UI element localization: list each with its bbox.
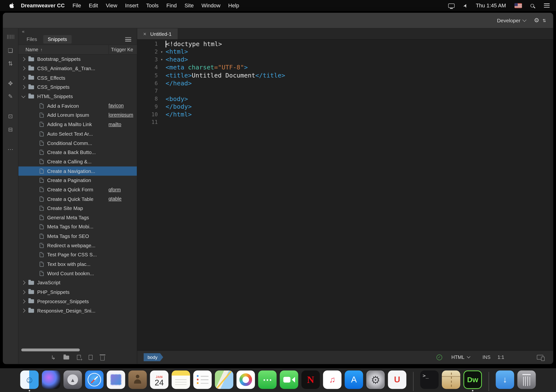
snippet-folder-row[interactable]: Preprocessor_Snippets xyxy=(18,297,137,306)
snippet-item-row[interactable]: Create Site Map xyxy=(18,204,137,213)
code-line[interactable]: 3▾<head> xyxy=(137,56,553,64)
dock-app-store[interactable]: A xyxy=(345,370,363,391)
snippet-item-row[interactable]: General Meta Tags xyxy=(18,213,137,222)
dock-facetime[interactable] xyxy=(280,370,298,391)
sort-icon[interactable]: ⇅ xyxy=(3,59,18,68)
dock-system-preferences[interactable]: ⚙ xyxy=(366,370,385,391)
code-view[interactable]: 1<!doctype html>2▾<html>3▾<head>4<meta c… xyxy=(137,40,553,350)
doc-type-dropdown[interactable]: HTML xyxy=(451,354,470,360)
panel-tab-snippets[interactable]: Snippets xyxy=(43,35,72,44)
new-folder-icon[interactable] xyxy=(63,355,69,359)
code-line[interactable]: 10</html> xyxy=(137,111,553,118)
dock-safari[interactable] xyxy=(85,370,104,391)
panel-menu-icon[interactable] xyxy=(125,37,131,41)
trigger-key-link[interactable]: loremipsum xyxy=(109,112,137,118)
expand-arrow-icon[interactable] xyxy=(21,309,25,313)
notification-center-icon[interactable] xyxy=(544,3,550,8)
code-line[interactable]: 9</body> xyxy=(137,103,553,111)
dock-notes[interactable] xyxy=(172,370,190,391)
snippet-item-row[interactable]: Add Loreum Ipsumloremipsum xyxy=(18,110,137,120)
insert-snippet-icon[interactable]: ↳ xyxy=(51,354,56,361)
minimize-window-button[interactable] xyxy=(18,18,23,23)
trigger-key-link[interactable]: mailto xyxy=(109,122,137,127)
realtime-preview-icon[interactable] xyxy=(537,355,543,360)
snippet-item-row[interactable]: Create a Navigation... xyxy=(18,166,137,176)
menu-window[interactable]: Window xyxy=(198,2,224,9)
column-header-name[interactable]: Name↑ xyxy=(18,47,42,52)
toolstrip-grip[interactable] xyxy=(7,35,14,39)
snippet-item-row[interactable]: Add a Faviconfavicon xyxy=(18,101,137,110)
report-icon[interactable]: ⊟ xyxy=(3,125,18,134)
expand-arrow-icon[interactable] xyxy=(21,299,25,303)
workspace-switcher[interactable]: Developer xyxy=(497,17,520,23)
pointer-icon[interactable]: ➤ xyxy=(462,2,469,9)
input-source-flag-icon[interactable] xyxy=(514,3,522,8)
menubar-clock[interactable]: Thu 1:45 AM xyxy=(476,2,506,9)
dock-trash[interactable] xyxy=(517,370,536,391)
snippet-item-row[interactable]: Test Page for CSS S... xyxy=(18,250,137,260)
menu-edit[interactable]: Edit xyxy=(85,2,102,9)
document-tab[interactable]: × Untitled-1 xyxy=(137,28,178,39)
snippet-item-row[interactable]: Conditional Comm... xyxy=(18,138,137,148)
snippet-folder-row[interactable]: Responsive_Design_Sni... xyxy=(18,306,137,315)
snippet-item-row[interactable]: Adding a Mailto Linkmailto xyxy=(18,120,137,129)
trigger-key-link[interactable]: qtable xyxy=(109,196,137,202)
dock-maps[interactable] xyxy=(215,370,233,391)
snippet-folder-row[interactable]: HTML_Snippets xyxy=(18,92,137,101)
trigger-key-link[interactable]: favicon xyxy=(109,103,137,108)
menu-insert[interactable]: Insert xyxy=(121,2,142,9)
close-window-button[interactable] xyxy=(8,18,13,23)
expand-arrow-icon[interactable] xyxy=(21,85,25,89)
expand-arrow-icon[interactable] xyxy=(21,281,25,285)
code-line[interactable]: 1<!doctype html> xyxy=(137,40,553,48)
collapse-panel-button[interactable]: « xyxy=(22,28,25,34)
edit-snippet-icon[interactable] xyxy=(89,355,93,360)
sync-settings-gear-icon[interactable]: ⚙ xyxy=(534,17,539,24)
snippet-folder-row[interactable]: CSS_Effects xyxy=(18,73,137,82)
code-line[interactable]: 5<title>Untitled Document</title> xyxy=(137,71,553,79)
dock-music[interactable]: ♫ xyxy=(323,370,341,391)
snippet-folder-row[interactable]: PHP_Snippets xyxy=(18,287,137,297)
dock-terminal[interactable]: >_ xyxy=(420,370,439,391)
close-tab-icon[interactable]: × xyxy=(143,31,146,37)
dock-calendar[interactable]: JAN24 xyxy=(150,370,168,391)
dock-downloads[interactable]: ↓ xyxy=(496,370,514,391)
code-line[interactable]: 4<meta charset="UTF-8"> xyxy=(137,64,553,71)
code-line[interactable]: 8<body> xyxy=(137,95,553,103)
panel-tab-files[interactable]: Files xyxy=(22,35,42,44)
scrollbar-thumb[interactable] xyxy=(21,349,80,352)
comment-icon[interactable]: ⊡ xyxy=(3,112,18,121)
menu-view[interactable]: View xyxy=(102,2,121,9)
pages-icon[interactable]: ❏ xyxy=(3,46,18,55)
snippet-folder-row[interactable]: CSS_Animation_&_Tran... xyxy=(18,64,137,73)
zoom-window-button[interactable] xyxy=(28,18,33,23)
menu-find[interactable]: Find xyxy=(163,2,181,9)
snippet-folder-row[interactable]: Bootstrap_Snippets xyxy=(18,54,137,64)
trigger-key-link[interactable]: qform xyxy=(109,187,137,192)
fold-arrow-icon[interactable]: ▾ xyxy=(158,50,166,54)
horizontal-scrollbar[interactable] xyxy=(18,347,137,353)
snippet-item-row[interactable]: Create a Quick Tableqtable xyxy=(18,194,137,204)
snippet-folder-row[interactable]: JavaScript xyxy=(18,278,137,287)
window-title-bar[interactable]: Developer ⚙ ⇅ xyxy=(3,13,553,28)
transform-icon[interactable]: ✥ xyxy=(3,79,18,88)
new-snippet-icon[interactable] xyxy=(77,355,81,360)
more-icon[interactable]: ⋯ xyxy=(3,144,18,154)
menu-site[interactable]: Site xyxy=(181,2,198,9)
code-line[interactable]: 7 xyxy=(137,87,553,95)
snippet-item-row[interactable]: Meta Tags for Mobi... xyxy=(18,222,137,232)
dock-magnet[interactable]: U xyxy=(388,370,406,391)
edit-icon[interactable]: ✎ xyxy=(3,92,18,101)
code-line[interactable]: 2▾<html> xyxy=(137,48,553,56)
screen-mirroring-icon[interactable] xyxy=(448,3,455,8)
tag-selector-body[interactable]: body xyxy=(144,353,163,361)
dock-photos[interactable] xyxy=(236,370,255,391)
snippet-item-row[interactable]: Create a Pagination xyxy=(18,176,137,185)
dock-launchpad[interactable]: ▲ xyxy=(63,370,82,391)
snippet-item-row[interactable]: Create a Calling &... xyxy=(18,157,137,166)
snippet-item-row[interactable]: Create a Quick Formqform xyxy=(18,185,137,194)
menu-tools[interactable]: Tools xyxy=(142,2,162,9)
snippet-item-row[interactable]: Word Count bookm... xyxy=(18,269,137,278)
sync-arrows-icon[interactable]: ⇅ xyxy=(542,18,546,23)
dock-siri[interactable] xyxy=(42,370,60,391)
